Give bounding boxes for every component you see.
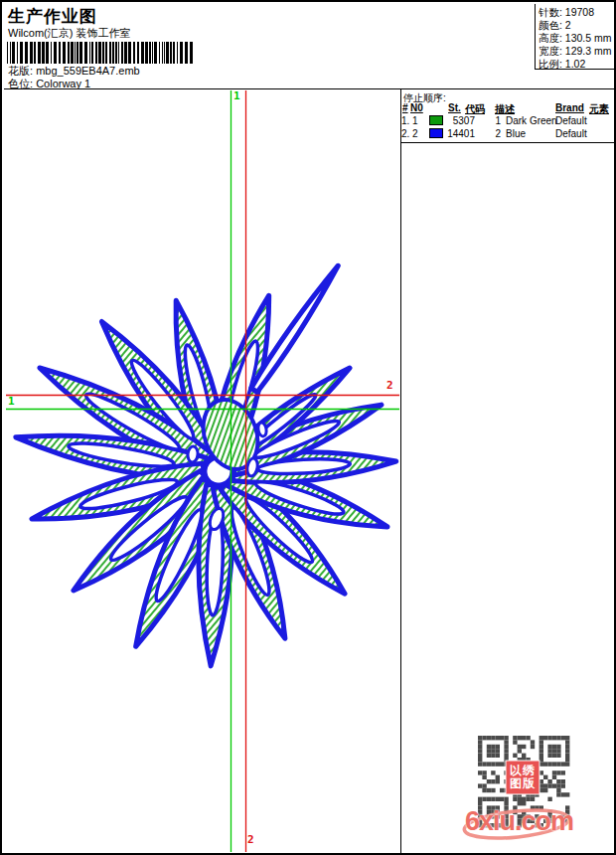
design-file-value: mbg_559EB4A7.emb	[36, 65, 140, 77]
row2-needle: 2	[412, 128, 418, 139]
row1-thread-code: 5307	[439, 115, 475, 126]
height-label: 高度:	[539, 32, 562, 44]
scale-value: 1.02	[565, 58, 585, 70]
stitch-count-value: 19708	[565, 6, 594, 18]
scale-label: 比例:	[539, 58, 562, 70]
stamp-row-2: 图版	[510, 777, 536, 790]
studio-name: Wilcom(汇京) 装饰工作室	[8, 26, 130, 41]
height-row: 高度: 130.5 mm	[539, 32, 612, 46]
row1-code: 1	[483, 115, 501, 126]
stitch-count-label: 针数:	[539, 6, 562, 18]
colorway-row: 色位: Colorway 1	[8, 77, 90, 91]
embroidery-leaf	[16, 265, 396, 666]
col-header-code: 代码	[465, 102, 485, 116]
col-header-desc: 描述	[495, 102, 515, 116]
row2-description: Blue	[506, 128, 526, 139]
qr-center-stamp: 以绣 图版	[506, 761, 539, 794]
width-label: 宽度:	[539, 45, 562, 57]
scale-row: 比例: 1.02	[539, 58, 585, 72]
design-file-label: 花版:	[8, 65, 33, 77]
col-header-element: 元素	[589, 102, 609, 116]
row2-index: 2.	[401, 128, 409, 139]
col-header-hash: #	[402, 102, 408, 113]
end-guide-label-right: 2	[386, 379, 393, 392]
row2-code: 2	[483, 128, 501, 139]
start-guide-label-left: 1	[8, 395, 15, 408]
production-worksheet: 生产作业图 Wilcom(汇京) 装饰工作室 花版: mbg_559EB4A7.…	[0, 0, 616, 855]
height-value: 130.5 mm	[565, 32, 612, 44]
colorway-label: 色位:	[8, 78, 33, 89]
width-value: 129.3 mm	[565, 45, 612, 57]
barcode	[7, 42, 193, 64]
row1-needle: 1	[412, 115, 418, 126]
site-watermark: 6xiu.com	[465, 806, 573, 837]
stitch-count-row: 针数: 19708	[539, 6, 594, 20]
width-row: 宽度: 129.3 mm	[539, 45, 612, 59]
col-header-st: St.	[448, 102, 461, 113]
row1-index: 1.	[401, 115, 409, 126]
start-guide-label-top: 1	[233, 89, 240, 102]
color-count-value: 2	[565, 19, 571, 31]
colorway-value: Colorway 1	[36, 78, 90, 89]
col-header-n0: N0	[410, 102, 423, 113]
end-guide-label-bottom: 2	[247, 833, 254, 846]
row1-brand: Default	[555, 115, 587, 126]
color-count-row: 颜色: 2	[539, 19, 571, 33]
row2-brand: Default	[555, 128, 587, 139]
row1-description: Dark Green	[506, 115, 557, 126]
col-header-brand: Brand	[555, 102, 584, 113]
page-title: 生产作业图	[8, 5, 97, 28]
row2-thread-code: 14401	[439, 128, 475, 139]
color-count-label: 颜色:	[539, 19, 562, 31]
